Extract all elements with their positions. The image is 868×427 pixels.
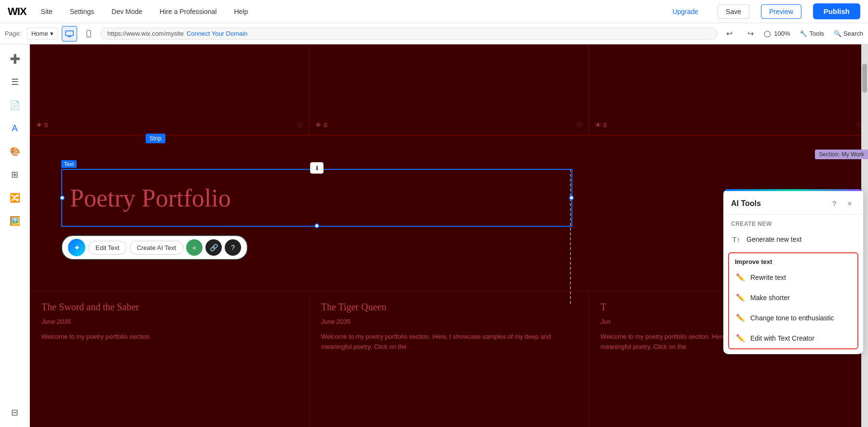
ai-panel-close-icon[interactable]: × <box>844 198 855 209</box>
poetry-portfolio-title: Poetry Portfolio <box>62 184 231 212</box>
sidebar-apps-icon[interactable]: 🔀 <box>4 187 26 208</box>
sidebar-add-icon[interactable]: ➕ <box>4 48 26 69</box>
svg-rect-0 <box>66 31 73 36</box>
card-3-stats: 👁 0 ♡ <box>595 122 862 129</box>
scrollbar-thumb[interactable] <box>862 64 867 93</box>
card-3-views: 👁 0 <box>595 122 607 129</box>
sidebar-layers-icon[interactable]: ⊟ <box>4 402 26 423</box>
preview-button[interactable]: Preview <box>761 4 801 19</box>
nav-settings[interactable]: Settings <box>67 6 97 17</box>
sidebar-grid-icon[interactable]: ⊞ <box>4 164 26 185</box>
canvas-content: 👁 0 ♡ 👁 0 <box>30 44 868 427</box>
create-new-section-title: Create new <box>723 215 863 229</box>
make-shorter-icon: ✏️ <box>735 292 746 303</box>
card-2-view-count: 0 <box>324 122 327 129</box>
card-1: 👁 0 ♡ <box>30 44 309 135</box>
text-selected-box: ⬇ Poetry Portfolio <box>61 169 572 227</box>
poem-1-desc: Welcome to my poetry portfolio section. <box>41 332 298 342</box>
card-2-likes: ♡ <box>577 122 583 129</box>
card-1-views: 👁 0 <box>36 122 48 129</box>
poem-2-title: The Tiger Queen <box>321 301 577 313</box>
tools-button[interactable]: 🔧 Tools <box>796 28 827 39</box>
nav-dev-mode[interactable]: Dev Mode <box>108 6 145 17</box>
help-icon-button[interactable]: ? <box>225 239 241 256</box>
ai-panel-help-icon[interactable]: ? <box>828 198 840 209</box>
download-button[interactable]: ⬇ <box>310 162 324 174</box>
card-3-view-count: 0 <box>603 122 607 129</box>
text-element-container[interactable]: Text ⬇ Poetry Portfolio <box>61 169 572 227</box>
generate-text-icon: T↑ <box>731 234 742 245</box>
publish-button[interactable]: Publish <box>813 3 860 19</box>
card-2: 👁 0 ♡ <box>309 44 588 135</box>
sidebar-color-icon[interactable]: 🎨 <box>4 141 26 162</box>
second-toolbar: Page: Home ▾ https://www.wix.com/mysite … <box>0 23 868 44</box>
text-element-label: Text <box>61 160 77 168</box>
zoom-control[interactable]: ◯ 100% <box>764 30 790 37</box>
left-sidebar: ➕ ☰ 📄 A 🎨 ⊞ 🔀 🖼️ ⊟ <box>0 44 30 427</box>
url-text: https://www.wix.com/mysite <box>108 30 184 37</box>
undo-button[interactable]: ↩ <box>721 26 737 41</box>
nav-site[interactable]: Site <box>38 6 55 17</box>
sidebar-menu-icon[interactable]: ☰ <box>4 71 26 93</box>
connect-domain-link[interactable]: Connect Your Domain <box>187 30 247 37</box>
card-1-likes: ♡ <box>297 122 303 129</box>
strip-label: Strip <box>146 134 165 143</box>
make-shorter-label: Make shorter <box>750 294 790 302</box>
svg-point-2 <box>88 36 89 37</box>
zoom-circle-icon: ◯ <box>764 30 771 37</box>
mobile-device-button[interactable] <box>81 26 96 41</box>
change-tone-label: Change tone to enthusiastic <box>750 314 834 322</box>
rewrite-text-item[interactable]: ✏️ Rewrite text <box>729 267 857 288</box>
sidebar-text-icon[interactable]: A <box>4 118 26 139</box>
context-toolbar: ✦ Edit Text Create AI Text « 🔗 ? <box>61 235 248 260</box>
resize-handle-left[interactable] <box>60 195 65 200</box>
edit-with-creator-item[interactable]: ✏️ Edit with Text Creator <box>729 328 857 348</box>
poem-2-date: June 2035 <box>321 318 577 325</box>
card-1-view-count: 0 <box>44 122 48 129</box>
canvas-area: 👁 0 ♡ 👁 0 <box>30 44 868 427</box>
back-icon-button[interactable]: « <box>186 239 203 256</box>
create-ai-text-button[interactable]: Create AI Text <box>130 241 183 255</box>
sidebar-media-icon[interactable]: 🖼️ <box>4 210 26 232</box>
page-dropdown[interactable]: Home ▾ <box>27 28 58 40</box>
ai-tools-header: AI Tools ? × <box>723 191 863 215</box>
search-label: Search <box>843 30 863 37</box>
rewrite-icon: ✏️ <box>735 272 746 283</box>
toolbar-right: ↩ ↪ ◯ 100% 🔧 Tools 🔍 Search <box>721 26 863 41</box>
edit-with-creator-label: Edit with Text Creator <box>750 334 814 342</box>
search-icon: 🔍 <box>834 30 841 37</box>
nav-hire[interactable]: Hire a Professional <box>157 6 219 17</box>
resize-handle-bottom[interactable] <box>314 223 319 228</box>
redo-button[interactable]: ↪ <box>743 26 758 41</box>
nav-help[interactable]: Help <box>231 6 251 17</box>
url-bar: https://www.wix.com/mysite Connect Your … <box>100 28 718 40</box>
link-icon-button[interactable]: 🔗 <box>205 239 222 256</box>
poem-card-1: The Sword and the Saber June 2035 Welcom… <box>30 291 310 427</box>
generate-new-text-item[interactable]: T↑ Generate new text <box>723 229 863 249</box>
improve-text-section: Improve text ✏️ Rewrite text ✏️ Make sho… <box>728 252 858 349</box>
edit-text-button[interactable]: Edit Text <box>88 241 127 255</box>
sidebar-pages-icon[interactable]: 📄 <box>4 95 26 116</box>
ai-icon-button[interactable]: ✦ <box>68 239 85 256</box>
save-button[interactable]: Save <box>718 4 749 19</box>
heart-icon-2: ♡ <box>577 122 583 129</box>
eye-icon: 👁 <box>36 122 42 129</box>
search-button[interactable]: 🔍 Search <box>834 30 863 37</box>
make-shorter-item[interactable]: ✏️ Make shorter <box>729 288 857 308</box>
heart-icon: ♡ <box>297 122 303 129</box>
card-3: 👁 0 ♡ <box>589 44 868 135</box>
zoom-level: 100% <box>774 30 790 37</box>
improve-text-title: Improve text <box>729 253 857 267</box>
resize-handle-right[interactable] <box>569 195 574 200</box>
desktop-device-button[interactable] <box>62 26 77 41</box>
upgrade-button[interactable]: Upgrade <box>665 5 706 18</box>
change-tone-item[interactable]: ✏️ Change tone to enthusiastic <box>729 308 857 328</box>
wix-logo: WIX <box>8 5 27 18</box>
chevron-down-icon: ▾ <box>50 30 54 37</box>
generate-new-text-label: Generate new text <box>746 235 801 243</box>
ai-tools-panel: AI Tools ? × Create new T↑ Generate new … <box>723 189 863 354</box>
change-tone-icon: ✏️ <box>735 313 746 323</box>
eye-icon-3: 👁 <box>595 122 601 129</box>
page-name: Home <box>31 30 48 37</box>
ai-tools-title: AI Tools <box>731 199 761 208</box>
